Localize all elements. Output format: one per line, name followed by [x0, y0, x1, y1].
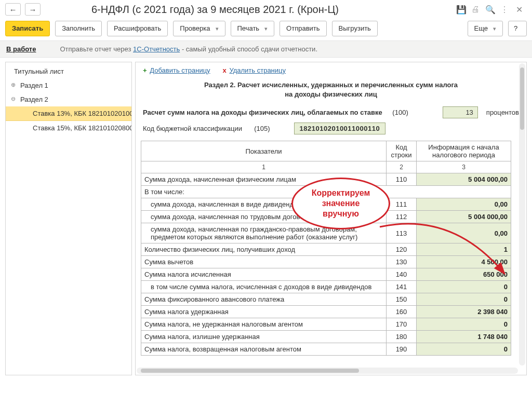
- cell-metric: Сумма налога, возвращенная налоговым аге…: [141, 343, 387, 356]
- cell-value[interactable]: 0: [417, 343, 511, 356]
- cell-metric: Сумма фиксированного авансового платежа: [141, 293, 387, 306]
- cell-value[interactable]: 4 500,00: [417, 256, 511, 268]
- sections-tree: Титульный лист ⊕ Раздел 1 ⊖ Раздел 2 Ста…: [5, 62, 132, 375]
- callout-line2: значение: [322, 199, 360, 208]
- close-icon[interactable]: ✕: [514, 5, 524, 15]
- cell-value[interactable]: 0,00: [417, 223, 511, 243]
- form-content: + Добавить страницу x Удалить страницу Р…: [135, 62, 527, 375]
- cell-metric: Сумма налога, не удержанная налоговым аг…: [141, 318, 387, 331]
- page-title: 6-НДФЛ (с 2021 года) за 9 месяцев 2021 г…: [91, 4, 452, 16]
- tree-item-rate15[interactable]: Ставка 15%, КБК 18210102080011000110: [6, 120, 131, 135]
- cell-value[interactable]: 0: [417, 318, 511, 331]
- delete-page-label: Удалить страницу: [229, 66, 286, 74]
- kbk-label: Код бюджетной классификации: [143, 125, 242, 132]
- cell-value[interactable]: 1 748 040: [417, 331, 511, 343]
- tree-item-section2[interactable]: ⊖ Раздел 2: [6, 92, 131, 106]
- export-button[interactable]: Выгрузить: [332, 21, 378, 36]
- vertical-scrollbar[interactable]: [519, 63, 525, 365]
- cell-code: 120: [387, 243, 417, 256]
- decrypt-button[interactable]: Расшифровать: [107, 21, 168, 36]
- titlebar: ← → 6-НДФЛ (с 2021 года) за 9 месяцев 20…: [0, 0, 532, 18]
- tree-item-titlepage[interactable]: Титульный лист: [6, 64, 131, 78]
- rate-code: (100): [392, 109, 408, 116]
- table-row: Сумма вычетов1304 500,00: [141, 256, 511, 268]
- cell-metric: Сумма налога удержанная: [141, 306, 387, 318]
- annotation-callout: Корректируем значение вручную: [291, 178, 401, 229]
- col-num-1: 1: [141, 161, 387, 173]
- rate-suffix: процентов: [486, 109, 519, 116]
- more-button[interactable]: Еще: [468, 21, 503, 36]
- nav-forward-button[interactable]: →: [25, 3, 41, 16]
- table-row: Сумма налога, не удержанная налоговым аг…: [141, 318, 511, 331]
- reporting-link[interactable]: 1С-Отчетность: [133, 45, 180, 53]
- cell-value[interactable]: 0,00: [417, 198, 511, 211]
- help-button[interactable]: ?: [508, 21, 527, 36]
- check-button[interactable]: Проверка: [173, 21, 225, 36]
- infobar: В работе Отправьте отчет через 1С-Отчетн…: [0, 40, 532, 58]
- fill-button[interactable]: Заполнить: [55, 21, 102, 36]
- infobar-text-after: - самый удобный способ сдачи отчетности.: [182, 45, 317, 53]
- callout-line3: вручную: [323, 209, 359, 218]
- print-button[interactable]: Печать: [231, 21, 275, 36]
- page-actions: + Добавить страницу x Удалить страницу: [141, 65, 521, 77]
- print-icon[interactable]: 🖨: [471, 5, 480, 14]
- send-button[interactable]: Отправить: [280, 21, 326, 36]
- delete-page-link[interactable]: x Удалить страницу: [223, 66, 286, 74]
- col-num-2: 2: [387, 161, 417, 173]
- infobar-text-before: Отправьте отчет через: [60, 45, 133, 53]
- cell-value[interactable]: 5 004 000,00: [417, 173, 511, 186]
- cell-code: 130: [387, 256, 417, 268]
- table-row: Количество физических лиц, получивших до…: [141, 243, 511, 256]
- add-page-link[interactable]: + Добавить страницу: [143, 66, 210, 74]
- col-header-metric: Показатели: [141, 141, 387, 161]
- tax-rate-row: Расчет сумм налога на доходы физических …: [141, 104, 521, 120]
- section2-table: Показатели Код строки Информация с начал…: [141, 141, 511, 356]
- cell-code: 180: [387, 331, 417, 343]
- tree-item-label: Титульный лист: [14, 67, 64, 75]
- cell-value[interactable]: 0: [417, 293, 511, 306]
- add-page-label: Добавить страницу: [150, 66, 210, 74]
- table-row: в том числе сумма налога, исчисленная с …: [141, 281, 511, 293]
- kbk-input[interactable]: 18210102010011000110: [294, 123, 386, 134]
- section-title-line2: на доходы физических лиц: [285, 90, 377, 98]
- col-header-code: Код строки: [387, 141, 417, 161]
- rate-input[interactable]: 13: [443, 106, 478, 118]
- col-num-3: 3: [417, 161, 511, 173]
- toolbar: Записать Заполнить Расшифровать Проверка…: [0, 18, 532, 40]
- cell-code: 150: [387, 293, 417, 306]
- status-link[interactable]: В работе: [6, 45, 36, 53]
- cell-value[interactable]: 1: [417, 243, 511, 256]
- cell-value[interactable]: 5 004 000,00: [417, 211, 511, 223]
- cell-metric: Сумма налога, излишне удержанная: [141, 331, 387, 343]
- tree-item-label: Ставка 15%, КБК 18210102080011000110: [33, 124, 131, 132]
- expand-icon[interactable]: ⊕: [10, 82, 16, 88]
- section-title: Раздел 2. Расчет исчисленных, удержанных…: [172, 80, 490, 99]
- cell-value[interactable]: 2 398 040: [417, 306, 511, 318]
- cell-value[interactable]: 0: [417, 281, 511, 293]
- collapse-icon[interactable]: ⊖: [10, 96, 16, 102]
- nav-back-button[interactable]: ←: [5, 3, 21, 16]
- preview-icon[interactable]: 🔍: [485, 5, 495, 15]
- cell-value[interactable]: 650 000: [417, 268, 511, 281]
- cell-code: 170: [387, 318, 417, 331]
- cell-code: 140: [387, 268, 417, 281]
- table-row: Сумма фиксированного авансового платежа1…: [141, 293, 511, 306]
- table-row: Сумма налога, излишне удержанная1801 748…: [141, 331, 511, 343]
- kebab-icon[interactable]: ⋮: [500, 5, 509, 15]
- horizontal-scrollbar[interactable]: [137, 368, 518, 374]
- cell-metric: в том числе сумма налога, исчисленная с …: [141, 281, 387, 293]
- table-row: Сумма налога удержанная1602 398 040: [141, 306, 511, 318]
- tree-item-rate13[interactable]: Ставка 13%, КБК 18210102010011000110: [6, 106, 131, 120]
- tree-item-section1[interactable]: ⊕ Раздел 1: [6, 78, 131, 92]
- callout-line1: Корректируем: [312, 188, 370, 197]
- kbk-code: (105): [254, 125, 270, 132]
- cell-code: 141: [387, 281, 417, 293]
- x-icon: x: [223, 66, 227, 74]
- tree-item-label: Ставка 13%, КБК 18210102010011000110: [33, 110, 131, 117]
- cell-metric: Сумма налога исчисленная: [141, 268, 387, 281]
- table-row: Сумма налога, возвращенная налоговым аге…: [141, 343, 511, 356]
- annotation-bubble: Корректируем значение вручную: [291, 178, 390, 229]
- save-disk-icon[interactable]: 💾: [456, 5, 466, 15]
- tree-item-label: Раздел 1: [20, 82, 48, 89]
- save-button[interactable]: Записать: [5, 21, 50, 36]
